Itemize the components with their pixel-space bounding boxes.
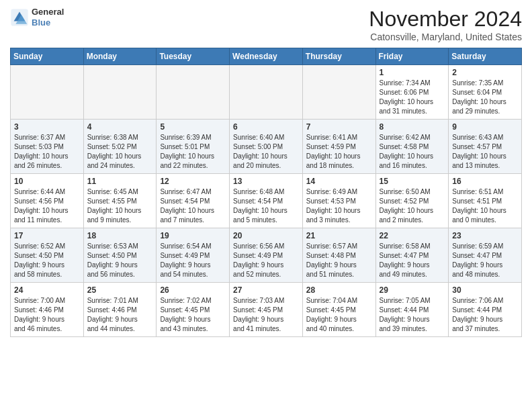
calendar-cell: 23Sunrise: 6:59 AM Sunset: 4:47 PM Dayli…	[449, 228, 522, 283]
day-info: Sunrise: 6:50 AM Sunset: 4:52 PM Dayligh…	[380, 187, 445, 225]
calendar-week-1: 1Sunrise: 7:34 AM Sunset: 6:06 PM Daylig…	[11, 65, 522, 120]
day-number: 4	[87, 122, 153, 132]
title-block: November 2024 Catonsville, Maryland, Uni…	[369, 7, 522, 42]
page-header: General Blue November 2024 Catonsville, …	[10, 7, 522, 42]
day-number: 8	[380, 122, 445, 132]
day-info: Sunrise: 6:59 AM Sunset: 4:47 PM Dayligh…	[452, 242, 518, 279]
day-number: 10	[14, 177, 80, 186]
calendar-cell: 30Sunrise: 7:06 AM Sunset: 4:44 PM Dayli…	[449, 283, 522, 337]
day-number: 7	[306, 122, 372, 132]
day-number: 2	[452, 68, 518, 77]
calendar-table: SundayMondayTuesdayWednesdayThursdayFrid…	[10, 48, 522, 337]
calendar-cell: 17Sunrise: 6:52 AM Sunset: 4:50 PM Dayli…	[11, 228, 84, 283]
calendar-cell	[230, 65, 303, 120]
day-number: 25	[87, 285, 153, 295]
calendar-week-5: 24Sunrise: 7:00 AM Sunset: 4:46 PM Dayli…	[11, 283, 522, 337]
calendar-cell: 27Sunrise: 7:03 AM Sunset: 4:45 PM Dayli…	[230, 283, 303, 337]
day-number: 21	[306, 231, 372, 240]
calendar-cell: 26Sunrise: 7:02 AM Sunset: 4:45 PM Dayli…	[157, 283, 230, 337]
day-number: 27	[233, 285, 299, 295]
day-number: 11	[87, 177, 153, 186]
calendar-cell	[157, 65, 230, 120]
day-number: 28	[306, 285, 372, 295]
calendar-cell	[83, 65, 157, 120]
calendar-cell: 29Sunrise: 7:05 AM Sunset: 4:44 PM Dayli…	[375, 283, 449, 337]
weekday-header-sunday: Sunday	[11, 48, 84, 65]
day-number: 20	[233, 231, 299, 240]
day-number: 17	[14, 231, 80, 240]
day-number: 22	[380, 231, 445, 240]
calendar-cell: 3Sunrise: 6:37 AM Sunset: 5:03 PM Daylig…	[11, 120, 84, 174]
weekday-header-saturday: Saturday	[449, 48, 522, 65]
day-number: 26	[160, 285, 226, 295]
calendar-cell: 22Sunrise: 6:58 AM Sunset: 4:47 PM Dayli…	[375, 228, 449, 283]
calendar-cell: 24Sunrise: 7:00 AM Sunset: 4:46 PM Dayli…	[11, 283, 84, 337]
weekday-header-monday: Monday	[83, 48, 157, 65]
logo-icon	[10, 8, 29, 27]
day-info: Sunrise: 7:01 AM Sunset: 4:46 PM Dayligh…	[87, 296, 153, 334]
logo-text: General Blue	[32, 7, 64, 28]
day-info: Sunrise: 6:48 AM Sunset: 4:54 PM Dayligh…	[233, 187, 299, 225]
day-number: 24	[14, 285, 80, 295]
day-number: 3	[14, 122, 80, 132]
day-info: Sunrise: 6:58 AM Sunset: 4:47 PM Dayligh…	[380, 242, 445, 279]
calendar-cell: 28Sunrise: 7:04 AM Sunset: 4:45 PM Dayli…	[302, 283, 375, 337]
day-info: Sunrise: 6:37 AM Sunset: 5:03 PM Dayligh…	[14, 133, 80, 171]
calendar-week-3: 10Sunrise: 6:44 AM Sunset: 4:56 PM Dayli…	[11, 174, 522, 228]
day-info: Sunrise: 6:45 AM Sunset: 4:55 PM Dayligh…	[87, 187, 153, 225]
calendar-cell: 20Sunrise: 6:56 AM Sunset: 4:49 PM Dayli…	[230, 228, 303, 283]
calendar-cell: 9Sunrise: 6:43 AM Sunset: 4:57 PM Daylig…	[449, 120, 522, 174]
calendar-cell: 2Sunrise: 7:35 AM Sunset: 6:04 PM Daylig…	[449, 65, 522, 120]
weekday-header-wednesday: Wednesday	[230, 48, 303, 65]
day-number: 14	[306, 177, 372, 186]
calendar-cell: 8Sunrise: 6:42 AM Sunset: 4:58 PM Daylig…	[375, 120, 449, 174]
day-info: Sunrise: 7:35 AM Sunset: 6:04 PM Dayligh…	[452, 79, 518, 116]
weekday-header-friday: Friday	[375, 48, 449, 65]
day-number: 18	[87, 231, 153, 240]
weekday-header-tuesday: Tuesday	[157, 48, 230, 65]
day-number: 15	[380, 177, 445, 186]
day-number: 23	[452, 231, 518, 240]
calendar-cell: 1Sunrise: 7:34 AM Sunset: 6:06 PM Daylig…	[375, 65, 449, 120]
calendar-cell: 7Sunrise: 6:41 AM Sunset: 4:59 PM Daylig…	[302, 120, 375, 174]
day-number: 6	[233, 122, 299, 132]
calendar-cell: 4Sunrise: 6:38 AM Sunset: 5:02 PM Daylig…	[83, 120, 157, 174]
day-info: Sunrise: 7:34 AM Sunset: 6:06 PM Dayligh…	[380, 79, 445, 116]
day-number: 16	[452, 177, 518, 186]
day-number: 1	[380, 68, 445, 77]
day-number: 30	[452, 285, 518, 295]
day-info: Sunrise: 6:52 AM Sunset: 4:50 PM Dayligh…	[14, 242, 80, 279]
day-info: Sunrise: 7:04 AM Sunset: 4:45 PM Dayligh…	[306, 296, 372, 334]
day-number: 19	[160, 231, 226, 240]
day-info: Sunrise: 7:02 AM Sunset: 4:45 PM Dayligh…	[160, 296, 226, 334]
day-info: Sunrise: 7:03 AM Sunset: 4:45 PM Dayligh…	[233, 296, 299, 334]
logo: General Blue	[10, 7, 64, 28]
calendar-cell: 15Sunrise: 6:50 AM Sunset: 4:52 PM Dayli…	[375, 174, 449, 228]
calendar-cell: 6Sunrise: 6:40 AM Sunset: 5:00 PM Daylig…	[230, 120, 303, 174]
day-info: Sunrise: 6:40 AM Sunset: 5:00 PM Dayligh…	[233, 133, 299, 171]
calendar-cell: 11Sunrise: 6:45 AM Sunset: 4:55 PM Dayli…	[83, 174, 157, 228]
calendar-week-4: 17Sunrise: 6:52 AM Sunset: 4:50 PM Dayli…	[11, 228, 522, 283]
day-info: Sunrise: 7:06 AM Sunset: 4:44 PM Dayligh…	[452, 296, 518, 334]
day-info: Sunrise: 6:43 AM Sunset: 4:57 PM Dayligh…	[452, 133, 518, 171]
calendar-cell	[11, 65, 84, 120]
day-number: 9	[452, 122, 518, 132]
calendar-week-2: 3Sunrise: 6:37 AM Sunset: 5:03 PM Daylig…	[11, 120, 522, 174]
day-info: Sunrise: 6:38 AM Sunset: 5:02 PM Dayligh…	[87, 133, 153, 171]
day-info: Sunrise: 6:57 AM Sunset: 4:48 PM Dayligh…	[306, 242, 372, 279]
day-number: 29	[380, 285, 445, 295]
day-number: 12	[160, 177, 226, 186]
location: Catonsville, Maryland, United States	[369, 32, 522, 42]
day-number: 5	[160, 122, 226, 132]
day-info: Sunrise: 6:41 AM Sunset: 4:59 PM Dayligh…	[306, 133, 372, 171]
calendar-cell: 18Sunrise: 6:53 AM Sunset: 4:50 PM Dayli…	[83, 228, 157, 283]
day-info: Sunrise: 6:42 AM Sunset: 4:58 PM Dayligh…	[380, 133, 445, 171]
day-number: 13	[233, 177, 299, 186]
calendar-cell: 12Sunrise: 6:47 AM Sunset: 4:54 PM Dayli…	[157, 174, 230, 228]
day-info: Sunrise: 6:54 AM Sunset: 4:49 PM Dayligh…	[160, 242, 226, 279]
day-info: Sunrise: 6:53 AM Sunset: 4:50 PM Dayligh…	[87, 242, 153, 279]
day-info: Sunrise: 6:39 AM Sunset: 5:01 PM Dayligh…	[160, 133, 226, 171]
day-info: Sunrise: 7:05 AM Sunset: 4:44 PM Dayligh…	[380, 296, 445, 334]
calendar-header: SundayMondayTuesdayWednesdayThursdayFrid…	[11, 48, 522, 65]
month-title: November 2024	[369, 7, 522, 32]
